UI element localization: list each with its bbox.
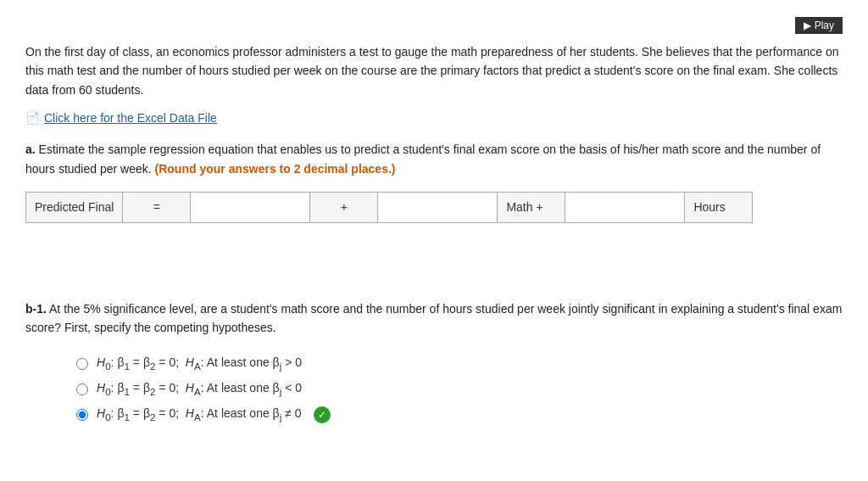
question-a-label: a. (25, 143, 36, 156)
question-a-round: (Round your answers to 2 decimal places.… (155, 162, 396, 176)
equals-symbol: = (123, 192, 191, 222)
math-coef-input[interactable] (387, 199, 488, 215)
question-b1-text: At the 5% significance level, are a stud… (25, 302, 842, 334)
hypothesis-radio-1[interactable] (76, 358, 88, 370)
hypothesis-text-1: H0: β1 = β2 = 0; HA: At least one βj > 0 (97, 355, 302, 373)
hypothesis-row-2: H0: β1 = β2 = 0; HA: At least one βj < 0 (76, 380, 843, 399)
hypothesis-text-3: H0: β1 = β2 = 0; HA: At least one βj ≠ 0 (97, 405, 302, 424)
intercept-input-cell[interactable] (191, 192, 310, 222)
play-button[interactable]: ▶ Play (795, 17, 843, 34)
excel-data-link[interactable]: Click here for the Excel Data File (44, 111, 217, 125)
spacer (25, 249, 843, 299)
hypothesis-radio-2[interactable] (76, 383, 88, 395)
top-bar: ▶ Play (25, 17, 843, 34)
hypothesis-text-2: H0: β1 = β2 = 0; HA: At least one βj < 0 (97, 380, 302, 399)
hours-input-cell[interactable] (565, 192, 685, 222)
correct-check-icon: ✓ (314, 406, 331, 423)
question-a-text: Estimate the sample regression equation … (25, 143, 821, 175)
question-a-container: a. Estimate the sample regression equati… (25, 140, 843, 178)
hypothesis-radio-3[interactable] (76, 409, 88, 421)
math-label: Math + (498, 192, 565, 222)
hours-label: Hours (685, 192, 753, 222)
intro-paragraph: On the first day of class, an economics … (25, 42, 843, 99)
question-b1-container: b-1. At the 5% significance level, are a… (25, 299, 843, 338)
hypothesis-row-3: H0: β1 = β2 = 0; HA: At least one βj ≠ 0… (76, 405, 843, 424)
hypotheses-container: H0: β1 = β2 = 0; HA: At least one βj > 0… (76, 355, 843, 424)
predicted-final-label: Predicted Final (26, 192, 123, 222)
intercept-input[interactable] (199, 199, 301, 215)
regression-equation-table: Predicted Final = + Math + Hours (25, 192, 753, 223)
question-b1-label: b-1. (25, 302, 47, 316)
excel-icon: 📄 (25, 111, 39, 125)
plus1-symbol: + (310, 192, 378, 222)
math-input-cell[interactable] (378, 192, 498, 222)
hours-coef-input[interactable] (574, 199, 676, 215)
hypothesis-row-1: H0: β1 = β2 = 0; HA: At least one βj > 0 (76, 355, 843, 373)
excel-link-container: 📄 Click here for the Excel Data File (25, 111, 843, 125)
